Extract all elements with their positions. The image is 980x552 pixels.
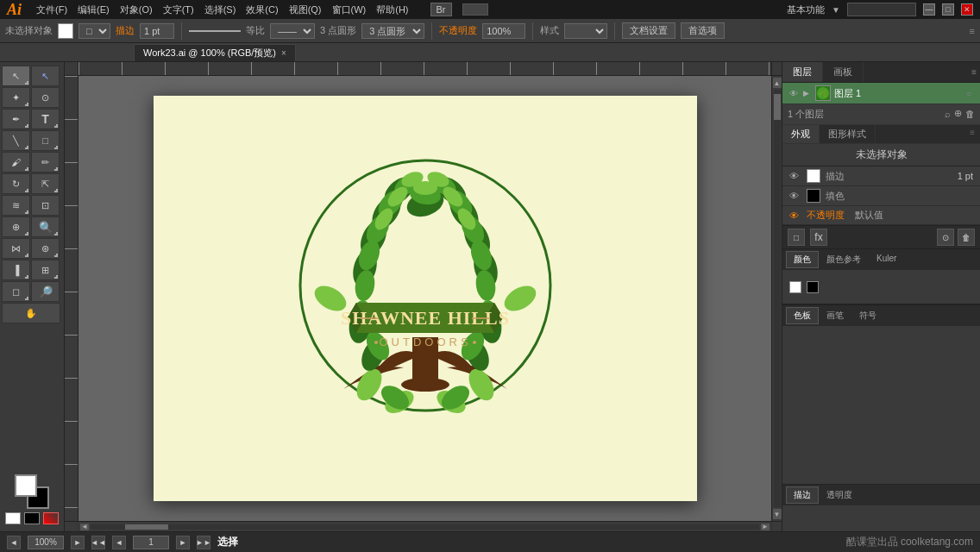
default-colors-btn[interactable] (24, 512, 40, 524)
preferences-button[interactable]: 首选项 (681, 22, 725, 39)
maximize-button[interactable]: □ (942, 3, 954, 16)
minimize-button[interactable]: — (923, 3, 935, 16)
shape-builder-tool[interactable]: ⊕ (2, 216, 30, 237)
artboard-tab[interactable]: 画板 (823, 62, 864, 82)
delete-layer-btn[interactable]: 🗑 (965, 109, 975, 119)
scroll-down-button[interactable]: ▼ (773, 509, 782, 519)
opacity-eye-icon[interactable]: 👁 (789, 210, 801, 221)
type-tool[interactable]: T (31, 109, 60, 129)
canvas-area[interactable]: SHAWNEE HILLS OUTDOORS (79, 76, 771, 521)
color-bg[interactable] (807, 281, 819, 293)
stroke-value-input[interactable] (140, 23, 174, 39)
menu-type[interactable]: 文字(T) (159, 3, 198, 17)
opacity-row-label[interactable]: 不透明度 (807, 209, 845, 222)
scroll-track-v[interactable] (774, 90, 781, 507)
h-scroll-track[interactable] (91, 524, 759, 530)
appearance-tab[interactable]: 外观 (782, 125, 820, 143)
horizontal-scrollbar[interactable]: ◄ ► (79, 522, 771, 531)
eraser-tool[interactable]: ◻ (2, 281, 30, 302)
symbol-sprayer-tool[interactable]: ⊛ (31, 238, 60, 259)
scroll-left-button[interactable]: ◄ (80, 524, 89, 530)
stroke-color-swatch[interactable] (58, 23, 73, 39)
line-tool[interactable]: ╲ (2, 130, 30, 151)
scroll-up-button[interactable]: ▲ (773, 78, 782, 88)
points-dropdown[interactable]: 3 点圆形 (361, 23, 424, 39)
add-new-effect-btn[interactable]: □ (788, 229, 805, 246)
appearance-panel-menu[interactable]: ≡ (964, 125, 980, 143)
stroke-style-dropdown[interactable]: □ (79, 23, 110, 39)
color-ref-tab[interactable]: 颜色参考 (819, 251, 869, 268)
panel-menu-icon[interactable]: ≡ (971, 67, 977, 77)
status-nav-right[interactable]: ► (71, 536, 85, 549)
stroke-color-display[interactable] (807, 169, 820, 183)
layer-lock-indicator[interactable]: ○ (963, 87, 975, 99)
page-input[interactable] (133, 536, 169, 549)
workspace-label[interactable]: 基本功能 (787, 3, 825, 16)
status-nav-left[interactable]: ◄ (7, 536, 21, 549)
next-page-btn[interactable]: ►► (197, 536, 210, 549)
swap-colors-btn[interactable] (5, 512, 21, 524)
menu-file[interactable]: 文件(F) (32, 3, 72, 17)
scale-tool[interactable]: ⇱ (31, 173, 60, 194)
free-transform-tool[interactable]: ⊡ (31, 195, 60, 216)
opacity-input[interactable] (482, 23, 525, 39)
next-artboard-btn[interactable]: ► (176, 536, 190, 549)
stroke-tab[interactable]: 描边 (786, 486, 819, 504)
warp-tool[interactable]: ≋ (2, 195, 30, 216)
bridge-button[interactable]: Br (430, 3, 452, 16)
artboard-tool[interactable]: ⊞ (31, 260, 60, 280)
hand-tool[interactable]: ✋ (2, 303, 60, 323)
line-style-dropdown[interactable]: —— (270, 23, 315, 39)
scroll-right-button[interactable]: ► (761, 524, 770, 530)
menu-object[interactable]: 对象(O) (116, 3, 157, 17)
tab-close-button[interactable]: × (281, 48, 286, 58)
zoom-tool[interactable]: 🔎 (31, 281, 60, 302)
kuler-tab[interactable]: Kuler (869, 251, 904, 268)
stroke-visibility-icon[interactable]: 👁 (789, 171, 801, 181)
panel-options-icon[interactable]: ≡ (970, 26, 975, 36)
menu-window[interactable]: 窗口(W) (328, 3, 371, 17)
column-graph-tool[interactable]: ▐ (2, 260, 30, 280)
vertical-scrollbar[interactable]: ▲ ▼ (771, 76, 782, 521)
fill-visibility-icon[interactable]: 👁 (789, 191, 801, 201)
graphic-styles-tab[interactable]: 图形样式 (820, 125, 876, 143)
scroll-thumb-v[interactable] (774, 94, 781, 120)
panel-copy-btn[interactable]: ⊙ (937, 229, 954, 246)
color-fg[interactable] (789, 281, 801, 293)
transparency-tab[interactable]: 透明度 (819, 486, 860, 504)
menu-edit[interactable]: 编辑(E) (73, 3, 114, 17)
menu-select[interactable]: 选择(S) (200, 3, 241, 17)
search-input[interactable] (847, 3, 916, 16)
style-dropdown[interactable] (564, 23, 607, 39)
blend-tool[interactable]: ⋈ (2, 238, 30, 259)
pen-tool[interactable]: ✒ (2, 109, 30, 129)
close-button[interactable]: ✕ (961, 3, 973, 16)
layer-row[interactable]: 👁 ▶ 🌿 图层 1 ○ (782, 83, 980, 104)
screen-mode-selector[interactable] (462, 3, 488, 16)
rect-tool[interactable]: □ (31, 130, 60, 151)
menu-effect[interactable]: 效果(C) (242, 3, 282, 17)
prev-page-btn[interactable]: ◄◄ (91, 536, 105, 549)
lasso-tool[interactable]: ⊙ (31, 87, 60, 108)
layers-tab[interactable]: 图层 (782, 62, 823, 82)
panel-delete-btn[interactable]: 🗑 (958, 229, 975, 246)
workspace-dropdown-icon[interactable]: ▼ (832, 5, 840, 15)
direct-selection-tool[interactable]: ↖ (31, 66, 60, 86)
color-tab[interactable]: 颜色 (786, 251, 819, 268)
paintbrush-tool[interactable]: 🖌 (2, 152, 30, 172)
selection-tool[interactable]: ↖ (2, 66, 30, 86)
new-layer-btn[interactable]: ⊕ (954, 108, 962, 119)
layer-expand-btn[interactable]: ▶ (803, 89, 812, 97)
prev-artboard-btn[interactable]: ◄ (112, 536, 126, 549)
document-tab[interactable]: Work23.ai @ 100% (RGB/预览) × (134, 44, 296, 61)
menu-view[interactable]: 视图(Q) (285, 3, 326, 17)
brushes-tab[interactable]: 画笔 (819, 307, 851, 324)
foreground-color-swatch[interactable] (15, 474, 37, 497)
h-scroll-thumb[interactable] (125, 524, 168, 530)
none-swatch[interactable] (43, 512, 59, 524)
eyedropper-tool[interactable]: 🔍 (31, 216, 60, 237)
symbols-tab[interactable]: 符号 (851, 307, 884, 324)
magic-wand-tool[interactable]: ✦ (2, 87, 30, 108)
search-layers-btn[interactable]: ⌕ (945, 109, 951, 119)
menu-help[interactable]: 帮助(H) (372, 3, 412, 17)
